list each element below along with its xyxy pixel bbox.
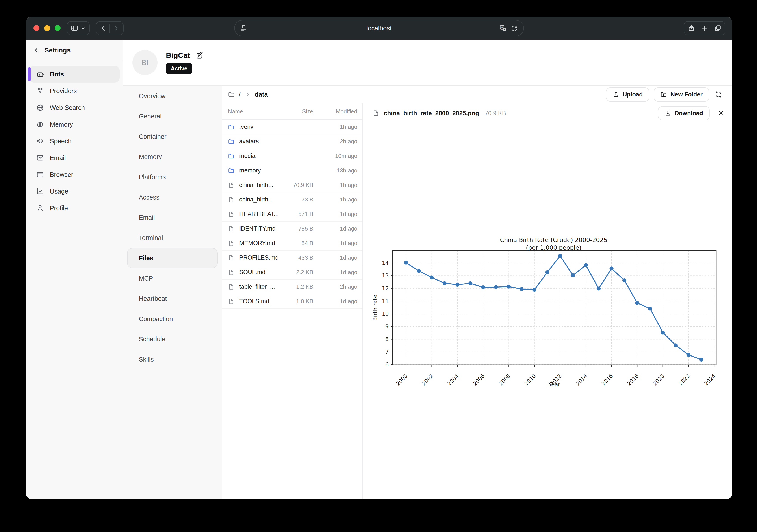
tab-overview[interactable]: Overview [127, 86, 218, 106]
settings-header: Settings [26, 40, 123, 61]
globe-icon [36, 104, 44, 112]
download-button[interactable]: Download [658, 106, 710, 120]
file-browser: / data Upload New Folder [222, 86, 732, 499]
file-row-file[interactable]: SOUL.md2.2 KB1d ago [222, 265, 362, 280]
file-modified: 1d ago [313, 240, 357, 247]
main-panel: BI BigCat Active OverviewGeneralContaine… [123, 40, 732, 499]
file-size: 54 B [278, 240, 313, 247]
svg-text:6: 6 [385, 362, 389, 368]
file-name: table_filter_... [239, 283, 278, 290]
tab-heartbeat[interactable]: Heartbeat [127, 288, 218, 309]
bot-header: BI BigCat Active [123, 40, 732, 86]
file-size: 73 B [278, 196, 313, 203]
bot-name: BigCat [166, 51, 190, 60]
close-icon[interactable] [717, 109, 725, 117]
file-icon [228, 254, 234, 261]
tab-terminal[interactable]: Terminal [127, 228, 218, 248]
sidebar-item-email[interactable]: Email [29, 150, 120, 166]
column-size[interactable]: Size [278, 108, 313, 115]
new-tab-icon[interactable] [701, 24, 708, 32]
svg-text:11: 11 [382, 298, 389, 304]
back-icon[interactable] [100, 24, 107, 32]
file-row-file[interactable]: HEARTBEAT...571 B1d ago [222, 207, 362, 222]
tab-container[interactable]: Container [127, 126, 218, 147]
sidebar-item-browser[interactable]: Browser [29, 166, 120, 183]
sidebar-item-usage[interactable]: Usage [29, 183, 120, 200]
usage-chart-icon [36, 188, 44, 195]
chevron-down-icon[interactable] [80, 25, 86, 31]
close-window-button[interactable] [34, 25, 40, 31]
preview-filename: china_birth_rate_2000_2025.png [384, 110, 479, 117]
file-name: memory [239, 167, 278, 174]
tab-overview-icon[interactable] [714, 24, 721, 32]
file-row-folder[interactable]: avatars2h ago [222, 134, 362, 149]
column-modified[interactable]: Modified [313, 108, 357, 115]
file-row-file[interactable]: TOOLS.md1.0 KB1d ago [222, 294, 362, 309]
tab-mcp[interactable]: MCP [127, 268, 218, 288]
new-folder-button[interactable]: New Folder [654, 87, 709, 102]
file-size: 1.0 KB [278, 298, 313, 305]
file-row-file[interactable]: china_birth...73 B1h ago [222, 192, 362, 207]
sidebar-item-label: Memory [50, 121, 73, 128]
sidebar-item-profile[interactable]: Profile [29, 200, 120, 217]
chevron-left-icon[interactable] [33, 47, 40, 53]
traffic-lights [34, 25, 61, 31]
sidebar-item-label: Usage [50, 188, 68, 195]
sidebar-item-label: Profile [50, 205, 68, 212]
tab-schedule[interactable]: Schedule [127, 329, 218, 349]
svg-text:Year: Year [548, 381, 560, 388]
preview-body: China Birth Rate (Crude) 2000-2025(per 1… [363, 123, 732, 499]
sidebar-item-memory[interactable]: Memory [29, 116, 120, 133]
folder-icon[interactable] [228, 91, 235, 98]
file-icon [228, 211, 234, 218]
file-modified: 2h ago [313, 138, 357, 145]
file-modified: 13h ago [313, 167, 357, 174]
address-bar[interactable]: localhost A✶ [234, 20, 524, 36]
download-label: Download [675, 110, 703, 117]
tab-platforms[interactable]: Platforms [127, 167, 218, 187]
file-modified: 1d ago [313, 298, 357, 305]
column-name[interactable]: Name [228, 108, 278, 115]
sidebar-item-bots[interactable]: Bots [29, 66, 120, 83]
toolbar-right-group [683, 21, 725, 35]
file-icon [228, 240, 234, 247]
file-row-file[interactable]: PROFILES.md433 B1d ago [222, 251, 362, 265]
file-row-folder[interactable]: memory13h ago [222, 163, 362, 178]
file-row-file[interactable]: china_birth...70.9 KB1h ago [222, 178, 362, 192]
zoom-window-button[interactable] [55, 25, 61, 31]
tab-compaction[interactable]: Compaction [127, 309, 218, 329]
breadcrumb-current[interactable]: data [255, 91, 268, 98]
tab-access[interactable]: Access [127, 187, 218, 207]
file-size: 1.2 KB [278, 283, 313, 290]
speaker-icon [36, 137, 44, 145]
sidebar-item-label: Email [50, 154, 66, 162]
minimize-window-button[interactable] [44, 25, 50, 31]
tab-memory[interactable]: Memory [127, 147, 218, 167]
share-icon[interactable] [688, 24, 695, 32]
tab-email[interactable]: Email [127, 207, 218, 228]
tab-skills[interactable]: Skills [127, 349, 218, 369]
file-row-folder[interactable]: media10m ago [222, 149, 362, 163]
refresh-icon[interactable] [713, 90, 723, 99]
file-table: Name Size Modified .venv1h agoavatars2h … [222, 103, 363, 499]
file-row-file[interactable]: MEMORY.md54 B1d ago [222, 236, 362, 251]
sidebar-item-providers[interactable]: Providers [29, 83, 120, 99]
breadcrumb-root[interactable]: / [239, 91, 241, 98]
forward-icon[interactable] [112, 24, 120, 32]
file-row-folder[interactable]: .venv1h ago [222, 120, 362, 134]
settings-sidebar: Settings BotsProvidersWeb SearchMemorySp… [26, 40, 123, 499]
preview-filesize: 70.9 KB [485, 110, 506, 117]
tab-files[interactable]: Files [127, 248, 218, 268]
upload-button[interactable]: Upload [606, 87, 650, 102]
file-row-file[interactable]: IDENTITY.md785 B1d ago [222, 222, 362, 236]
file-rows: .venv1h agoavatars2h agomedia10m agomemo… [222, 120, 362, 309]
sidebar-item-web-search[interactable]: Web Search [29, 99, 120, 116]
sidebar-toggle-icon[interactable] [71, 24, 78, 32]
edit-icon[interactable] [196, 51, 204, 60]
tab-general[interactable]: General [127, 106, 218, 126]
svg-text:8: 8 [385, 336, 389, 342]
file-modified: 1d ago [313, 225, 357, 232]
file-row-file[interactable]: table_filter_...1.2 KB2h ago [222, 280, 362, 294]
sidebar-item-speech[interactable]: Speech [29, 133, 120, 150]
settings-title: Settings [45, 46, 71, 54]
